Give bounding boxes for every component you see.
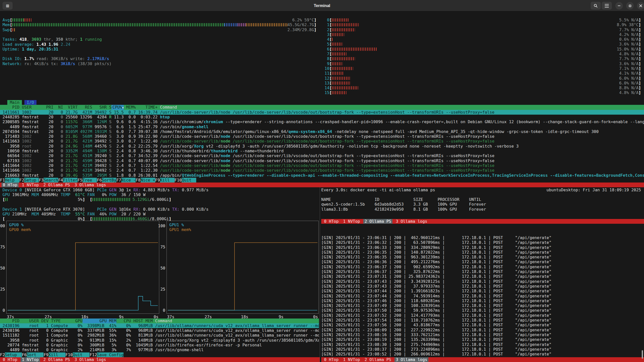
process-row[interactable]: 3958 root 20 0 24.9G 148M 44576 S 2.4 0.… xyxy=(0,144,644,149)
function-key-action[interactable]: Nice - xyxy=(121,178,136,183)
tmux-window-item[interactable]: 1 NVTop xyxy=(342,357,361,362)
process-row[interactable]: 1411661 1002 20 0 21.7G 421M 39492 S 15.… xyxy=(0,110,644,115)
col-state[interactable]: S xyxy=(109,105,112,110)
function-key-action[interactable]: Quit xyxy=(73,352,90,357)
cpu-core-value: 3.6% N/A xyxy=(614,61,638,66)
log-date: 2025/01/31 xyxy=(336,250,360,255)
col-dev[interactable]: DEV xyxy=(39,319,49,323)
col-ni[interactable]: NI xyxy=(56,105,63,110)
col-pri[interactable]: PRI xyxy=(44,105,54,110)
tmux-window-item[interactable]: 0 HTop xyxy=(2,183,19,187)
function-key-action[interactable]: Filter xyxy=(63,178,77,183)
tmux-window-item[interactable]: 3 Ollama logs xyxy=(73,357,107,362)
process-row[interactable]: 66564 1002 20 0 21.7G 451M 39240 S 2.4 0… xyxy=(0,153,644,158)
col-command[interactable]: Command xyxy=(155,319,319,323)
col-until: UNTIL xyxy=(469,197,644,202)
tmux-window-item[interactable]: 0 HTop xyxy=(323,219,340,224)
col-mem-pct[interactable]: MEM% xyxy=(124,105,136,110)
function-key-action[interactable]: Nice + xyxy=(141,178,155,183)
tmux-window-item[interactable]: 0 HTop xyxy=(323,357,340,362)
tmux-window-item[interactable]: 2 Ollama PS xyxy=(363,357,392,362)
function-key-action[interactable]: Quit xyxy=(182,178,196,183)
col-pid[interactable]: PID xyxy=(3,105,19,110)
gpu-process-row[interactable]: 1511182 root 1 Compute 0% 2982MiB 36% 0%… xyxy=(0,333,319,338)
tmux-window-item[interactable]: 2 Ollama PS xyxy=(363,219,392,224)
process-row[interactable]: 4489 fmstrat 20 0 6052M 977M 99576 S 6.6… xyxy=(0,124,644,129)
tmux-window-item[interactable]: 0 HTop xyxy=(2,357,19,362)
gpu-process-row[interactable]: 4489 fmstrat 0 Graphic 2% 214MiB 3% 7% 9… xyxy=(0,347,319,352)
scrollbar-thumb[interactable] xyxy=(642,350,643,359)
col-cpu[interactable]: CPU xyxy=(116,319,131,323)
process-row[interactable]: 2448285 fmstrat 20 0 25560 13296 4284 R … xyxy=(0,115,644,119)
col-cpu-pct[interactable]: CPU%▼ xyxy=(111,105,124,110)
tmux-window-item[interactable]: 1 NVTop xyxy=(21,183,40,187)
tmux-window-item[interactable]: 2 Ollama PS xyxy=(42,183,71,187)
cpu-core-bar xyxy=(332,62,614,65)
col-host-mem[interactable]: HOST MEM xyxy=(131,319,153,323)
gpu-process-row[interactable]: 3958 root 0 Graphic 3% 913MiB 15% 2% 148… xyxy=(0,338,319,343)
process-row[interactable]: 1411664 1002 20 0 21.7G 421M 39492 S 2.4… xyxy=(0,163,644,168)
function-key-action[interactable]: Setup xyxy=(5,352,22,357)
col-user[interactable]: USER xyxy=(19,319,39,323)
function-key-action[interactable]: Save Config xyxy=(97,352,124,357)
col-res[interactable]: RES xyxy=(78,105,92,110)
tmux-window-item[interactable]: 2 Ollama PS xyxy=(42,357,71,362)
function-key-action[interactable]: Tree xyxy=(83,178,97,183)
log-prefix: [GIN] xyxy=(321,269,333,274)
col-size: SIZE xyxy=(413,197,437,202)
tmux-window-item[interactable]: 3 Ollama logs xyxy=(394,219,428,224)
search-button[interactable] xyxy=(591,2,601,10)
log-date: 2025/01/31 xyxy=(336,303,360,308)
log-status: 200 xyxy=(394,323,401,327)
log-date: 2025/01/31 xyxy=(336,313,360,318)
col-command[interactable]: Command xyxy=(160,105,644,110)
function-key-action[interactable]: Search xyxy=(44,178,58,183)
function-key-action[interactable]: Help xyxy=(5,178,19,183)
log-ip: 172.18.0.1 xyxy=(447,240,486,245)
network-line: Network: rx: 4KiB/s tx: 3KiB/s (38/30 pk… xyxy=(3,61,316,66)
new-tab-button[interactable]: ⊞ xyxy=(3,2,13,10)
function-key-action[interactable]: SortBy xyxy=(102,178,116,183)
function-key-action[interactable]: Kill xyxy=(49,352,65,357)
y-axis-label: 75 xyxy=(156,245,165,249)
process-row[interactable]: 1411663 1002 20 0 21.7G 421M 39492 S 3.0… xyxy=(0,139,644,144)
function-key-action[interactable]: Setup xyxy=(24,178,39,183)
col-user[interactable]: USER xyxy=(22,105,44,110)
process-row[interactable]: 10050 fmstrat 20 0 3352M 494M 138M S 2.4… xyxy=(0,149,644,153)
process-row[interactable]: 1411666 1002 20 0 21.7G 421M 39492 S 2.4… xyxy=(0,168,644,173)
function-key-action[interactable]: Kill xyxy=(160,178,175,183)
tmux-window-item[interactable]: 3 Ollama logs xyxy=(394,357,428,362)
tmux-window-item[interactable]: 1 NVTop xyxy=(21,357,40,362)
menu-button[interactable] xyxy=(602,2,612,10)
close-button[interactable] xyxy=(637,2,644,10)
process-row[interactable]: 2300585 fmstrat 20 0 1157G 366M 126M S 9… xyxy=(0,119,644,124)
gpu-process-row[interactable]: 2430196 root 0 Compute 0% 3374MiB 55% 0%… xyxy=(0,328,319,333)
col-gpu[interactable]: GPU xyxy=(70,319,83,323)
col-shr[interactable]: SHR xyxy=(92,105,107,110)
log-status: 200 xyxy=(394,313,401,318)
function-key-action[interactable]: Sort xyxy=(27,352,44,357)
watch-host-time: ubuntuDesktop: Fri Jan 31 18:09:19 2025 xyxy=(546,188,644,192)
col-virt[interactable]: VIRT xyxy=(63,105,78,110)
process-row[interactable]: 67193 1002 20 0 21.7G 459M 39428 S 2.4 0… xyxy=(0,158,644,163)
col-time[interactable]: TIME+ xyxy=(136,105,158,110)
maximize-button[interactable] xyxy=(626,2,634,10)
pane-divider[interactable] xyxy=(320,187,320,362)
process-row[interactable]: 216663 fmstrat 20 0 39.4G 535M 295M S 1.… xyxy=(0,173,644,178)
minimize-button[interactable] xyxy=(615,2,623,10)
gpu-process-row[interactable]: 2430196 root 1 Compute 0% 3398MiB 41% 0%… xyxy=(0,323,319,328)
cpu-core-bar xyxy=(332,42,614,46)
tmux-window-item[interactable]: 1 NVTop xyxy=(342,219,361,224)
process-row[interactable]: 171483 1002 20 0 21.8G 568M 39460 S 3.0 … xyxy=(0,134,644,139)
tab-main[interactable]: Main xyxy=(7,100,22,105)
log-line: [GIN] 2025/01/31 - 23:06:32 | 200 | 63.5… xyxy=(321,240,644,245)
col-gpu-mem[interactable]: GPU MEM xyxy=(83,319,116,323)
tmux-window-item[interactable]: 3 Ollama logs xyxy=(73,183,107,187)
col-type[interactable]: TYPE xyxy=(51,319,70,323)
tab-io[interactable]: I/O xyxy=(24,100,36,105)
col-pid[interactable]: PID xyxy=(3,319,19,323)
gpu-process-row[interactable]: 20774 fmstrat 0 Graphic 0% 300MiB 5% 0% … xyxy=(0,343,319,347)
log-status: 200 xyxy=(394,264,401,269)
process-row[interactable]: 2074594 fmstrat 20 0 8105M 4927M 1931M S… xyxy=(0,129,644,134)
model-row: qwen2.5-coder:1.5b 6d3abb8d2d53 3.3 GB 1… xyxy=(321,202,644,207)
